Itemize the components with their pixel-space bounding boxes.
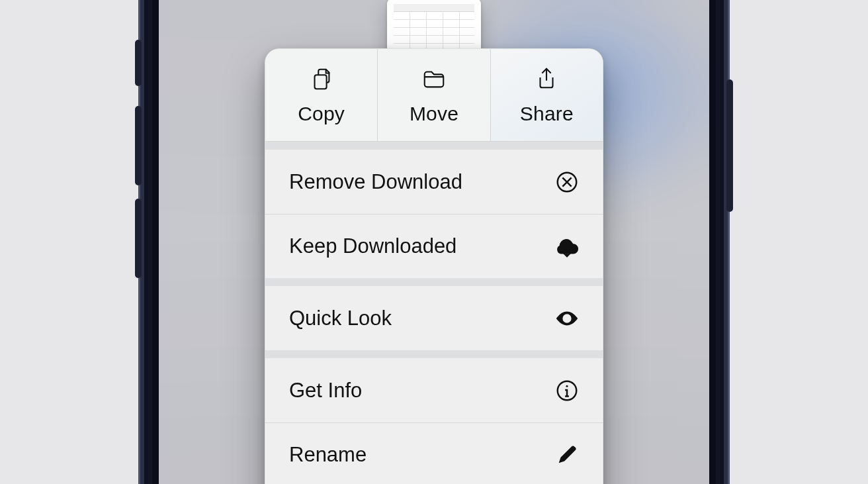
share-label: Share	[520, 103, 574, 125]
context-menu: Copy Move Share Remove	[265, 48, 603, 484]
volume-up-decor	[135, 106, 142, 185]
top-action-row: Copy Move Share	[265, 49, 603, 142]
iphone-bezel: Copy Move Share Remove	[152, 0, 716, 484]
svg-point-1	[564, 316, 570, 321]
copy-button[interactable]: Copy	[265, 49, 378, 141]
menu-item-label: Keep Downloaded	[289, 234, 456, 258]
menu-item-label: Quick Look	[289, 307, 392, 330]
mute-switch-decor	[135, 40, 142, 86]
folder-icon	[421, 66, 447, 96]
quick-look-item[interactable]: Quick Look	[265, 286, 603, 350]
svg-point-3	[566, 385, 568, 387]
iphone-frame: Copy Move Share Remove	[140, 0, 728, 484]
pencil-icon	[554, 442, 580, 468]
move-label: Move	[410, 103, 458, 125]
share-button[interactable]: Share	[491, 49, 603, 141]
share-icon	[534, 66, 559, 96]
move-button[interactable]: Move	[378, 49, 490, 141]
menu-item-label: Get Info	[289, 379, 362, 403]
menu-group: Get Info Rename Compress	[265, 350, 603, 484]
copy-icon	[309, 66, 334, 96]
menu-group: Quick Look	[265, 278, 603, 350]
volume-down-decor	[135, 199, 142, 278]
menu-item-label: Rename	[289, 443, 367, 467]
cloud-download-icon	[554, 233, 580, 260]
power-button-decor	[726, 79, 733, 212]
get-info-item[interactable]: Get Info	[265, 358, 603, 422]
eye-icon	[554, 305, 580, 332]
copy-label: Copy	[298, 103, 345, 125]
remove-download-item[interactable]: Remove Download	[265, 150, 603, 214]
menu-group: Remove Download Keep Downloaded	[265, 142, 603, 278]
menu-item-label: Remove Download	[289, 170, 462, 194]
rename-item[interactable]: Rename	[265, 422, 603, 484]
keep-downloaded-item[interactable]: Keep Downloaded	[265, 214, 603, 278]
info-icon	[554, 377, 580, 404]
circle-x-icon	[554, 169, 580, 195]
